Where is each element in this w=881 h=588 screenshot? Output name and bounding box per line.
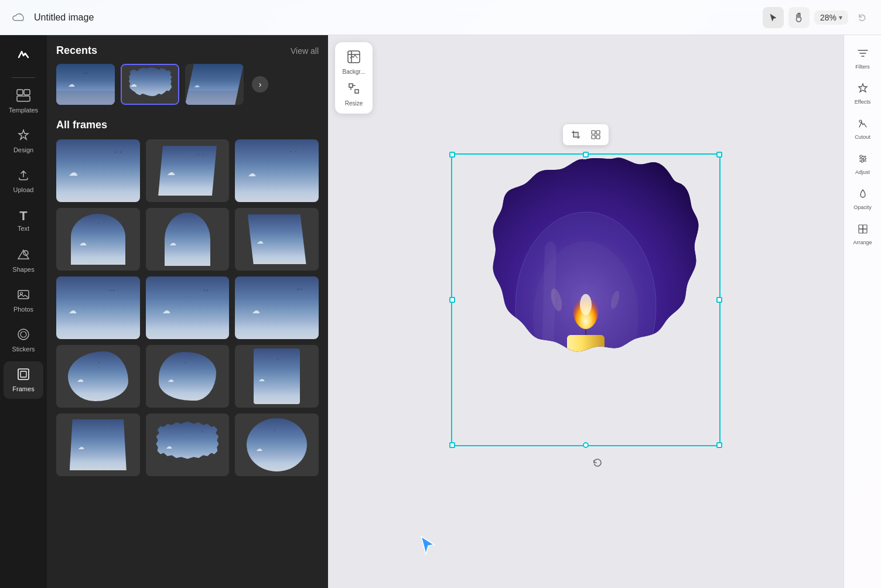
frame-item-rect[interactable]: ☁ ^ ^ [56, 139, 140, 202]
svg-point-35 [861, 160, 863, 162]
photos-icon [17, 288, 30, 303]
sidebar-item-stickers[interactable]: Stickers [4, 322, 43, 359]
resize-button[interactable]: Resize [339, 78, 369, 109]
svg-rect-16 [596, 135, 600, 139]
recent-frame-2[interactable]: ☁ [121, 64, 179, 105]
next-arrow[interactable]: › [252, 76, 268, 93]
frames-grid: ☁ ^ ^ ☁ ^ ^ [56, 139, 319, 476]
frame-preview-3: ☁ [185, 64, 244, 105]
right-item-cutout[interactable]: Cutout [846, 112, 879, 145]
right-item-adjust[interactable]: Adjust [846, 148, 879, 180]
frame-shape-svg [451, 153, 720, 446]
transform-tool-button[interactable] [588, 127, 604, 143]
frame-preview-1: ☁ ^ ^ [56, 64, 115, 105]
sidebar-item-photos[interactable]: Photos [4, 282, 43, 319]
sidebar-item-templates[interactable]: Templates [4, 83, 43, 120]
upload-label: Upload [13, 186, 34, 193]
svg-point-7 [18, 329, 29, 340]
frame-inner-wavy: ☁ ^ [146, 413, 230, 476]
effects-icon [857, 83, 869, 97]
sidebar-item-text[interactable]: T Text [4, 202, 43, 240]
frame-item-blob1[interactable]: ☁ ^ [56, 345, 140, 408]
sidebar-item-upload[interactable]: Upload [4, 162, 43, 200]
templates-icon [16, 89, 30, 104]
birds-1: ^ ^ [83, 72, 87, 76]
frames-label: Frames [12, 385, 34, 392]
svg-rect-12 [573, 132, 578, 136]
svg-point-33 [860, 155, 862, 158]
app-logo [11, 42, 36, 68]
frame-inner-rect2: ☁ ^ ^ [235, 139, 319, 202]
frames-icon [17, 368, 30, 383]
frame-item-rect2[interactable]: ☁ ^ ^ [235, 139, 319, 202]
frame-item-slant3[interactable]: ☁ [56, 413, 140, 476]
canvas-image-container[interactable] [439, 148, 732, 476]
recents-section-header: Recents View all [56, 45, 319, 57]
svg-rect-1 [17, 90, 23, 95]
svg-rect-36 [859, 225, 863, 229]
undo-button[interactable] [853, 8, 872, 27]
recent-frame-3[interactable]: ☁ [185, 64, 244, 105]
cursor-tool-button[interactable] [763, 7, 784, 28]
sidebar-item-design[interactable]: Design [4, 122, 43, 160]
recents-title: Recents [56, 45, 97, 57]
frame-item-wide2[interactable]: ☁ ^ ^ [146, 276, 230, 339]
sidebar-item-shapes[interactable]: Shapes [4, 242, 43, 279]
resize-label: Resize [345, 100, 363, 107]
frame-item-slant[interactable]: ☁ ^ ^ [146, 139, 230, 202]
header-left: Untitled image [9, 8, 94, 27]
frame-item-arch2[interactable]: ☁ [146, 208, 230, 271]
zoom-dropdown-icon: ▾ [839, 13, 842, 22]
upload-icon [17, 169, 30, 184]
frame-inner-wide3: ☁ ^ ^ [235, 276, 319, 339]
canvas-image[interactable] [439, 148, 732, 452]
frame-item-wide1[interactable]: ☁ ^ ^ [56, 276, 140, 339]
frame-inner-blob2: ☁ ^ [146, 345, 230, 408]
right-item-arrange[interactable]: Arrange [846, 218, 879, 251]
zoom-value: 28% [820, 13, 836, 22]
frame-item-slant2[interactable]: ☁ [235, 208, 319, 271]
design-label: Design [13, 146, 33, 153]
frame-item-blob2[interactable]: ☁ ^ [146, 345, 230, 408]
right-item-opacity[interactable]: Opacity [846, 183, 879, 216]
svg-rect-13 [592, 131, 595, 134]
svg-rect-3 [17, 96, 30, 101]
cloud-save-icon[interactable] [9, 8, 28, 27]
canvas-area[interactable]: Backgr... Resize [328, 35, 844, 588]
sidebar-item-frames[interactable]: Frames [4, 361, 43, 399]
sky-scene-1: ☁ ^ ^ [56, 64, 115, 105]
document-title: Untitled image [34, 12, 94, 23]
recent-frame-1[interactable]: ☁ ^ ^ [56, 64, 115, 105]
svg-rect-15 [592, 135, 595, 139]
frame-item-wide3[interactable]: ☁ ^ ^ [235, 276, 319, 339]
header-right: 28% ▾ [763, 7, 872, 28]
hand-tool-button[interactable] [788, 7, 810, 28]
svg-rect-14 [596, 131, 600, 134]
cutout-label: Cutout [855, 134, 870, 140]
frame-item-oval[interactable]: ☁ ^ [235, 413, 319, 476]
background-button[interactable]: Backgr... [339, 47, 369, 77]
frame-item-tall-rect[interactable]: ☁ ^ [235, 345, 319, 408]
zoom-control[interactable]: 28% ▾ [814, 11, 848, 25]
filters-icon [857, 47, 869, 62]
rotate-handle[interactable] [592, 457, 603, 469]
frame-inner-rect: ☁ ^ ^ [56, 139, 140, 202]
all-frames-title: All frames [56, 119, 319, 131]
frame-item-arch[interactable]: ☁ ^ [56, 208, 140, 271]
text-icon: T [19, 210, 27, 223]
arrange-icon [857, 223, 869, 238]
svg-point-34 [863, 158, 866, 160]
frame-inner-arch: ☁ ^ [56, 208, 140, 271]
recents-grid: ☁ ^ ^ ☁ [56, 64, 319, 105]
svg-point-27 [539, 388, 633, 411]
frame-preview-2: ☁ [122, 65, 178, 104]
frame-inner-wide2: ☁ ^ ^ [146, 276, 230, 339]
right-item-effects[interactable]: Effects [846, 77, 879, 110]
right-item-filters[interactable]: Filters [846, 42, 879, 75]
opacity-icon [857, 188, 869, 203]
crop-tool-button[interactable] [568, 127, 584, 143]
right-panel: Filters Effects Cutout [844, 35, 881, 588]
svg-rect-28 [510, 376, 662, 446]
frame-item-wavy[interactable]: ☁ ^ [146, 413, 230, 476]
view-all-button[interactable]: View all [291, 46, 319, 56]
